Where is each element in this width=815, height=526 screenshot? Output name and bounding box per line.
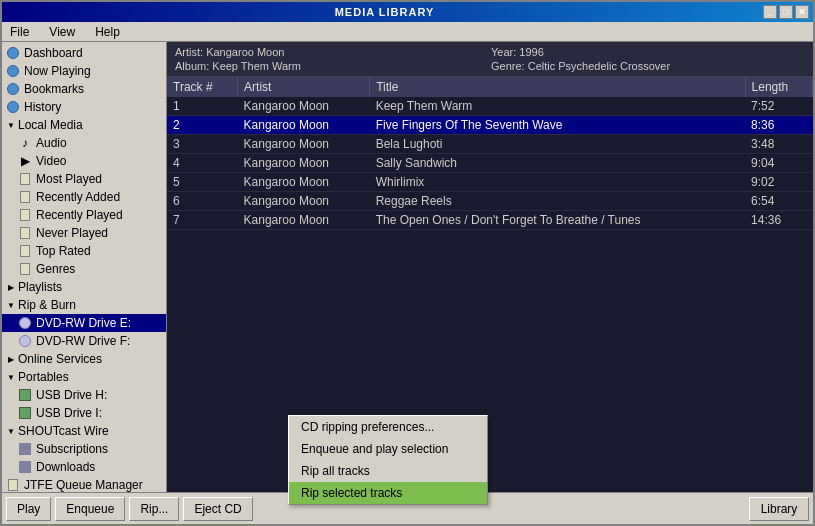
- sidebar-item-downloads[interactable]: Downloads: [2, 458, 166, 476]
- sidebar-item-recently-added[interactable]: Recently Added: [2, 188, 166, 206]
- cell-length: 14:36: [745, 211, 812, 230]
- library-tab-button[interactable]: Library: [749, 497, 809, 521]
- cell-artist: Kangaroo Moon: [238, 97, 370, 116]
- cell-track: 7: [167, 211, 238, 230]
- sidebar-item-playlists[interactable]: ▶ Playlists: [2, 278, 166, 296]
- cell-title: Whirlimix: [370, 173, 745, 192]
- col-artist: Artist: [238, 77, 370, 97]
- sidebar-item-portables[interactable]: ▼ Portables: [2, 368, 166, 386]
- sidebar-item-video[interactable]: ▶ Video: [2, 152, 166, 170]
- dvdrw-e-icon: [18, 316, 32, 330]
- table-row[interactable]: 4Kangaroo MoonSally Sandwich9:04: [167, 154, 813, 173]
- table-row[interactable]: 3Kangaroo MoonBela Lughoti3:48: [167, 135, 813, 154]
- artist-label: Artist: Kangaroo Moon: [175, 46, 489, 58]
- cell-length: 9:04: [745, 154, 812, 173]
- table-row[interactable]: 6Kangaroo MoonReggae Reels6:54: [167, 192, 813, 211]
- online-services-arrow: ▶: [6, 354, 16, 364]
- downloads-icon: [18, 460, 32, 474]
- track-table: Track # Artist Title Length 1Kangaroo Mo…: [167, 77, 813, 492]
- sidebar-item-usb-i[interactable]: USB Drive I:: [2, 404, 166, 422]
- sidebar: Dashboard Now Playing Bookmarks History …: [2, 42, 167, 492]
- video-icon: ▶: [18, 154, 32, 168]
- cell-track: 5: [167, 173, 238, 192]
- jtfe-icon: [6, 478, 20, 492]
- minimize-button[interactable]: _: [763, 5, 777, 19]
- table-row[interactable]: 7Kangaroo MoonThe Open Ones / Don't Forg…: [167, 211, 813, 230]
- menu-help[interactable]: Help: [91, 24, 124, 40]
- menu-view[interactable]: View: [45, 24, 79, 40]
- sidebar-item-recently-played[interactable]: Recently Played: [2, 206, 166, 224]
- cell-artist: Kangaroo Moon: [238, 192, 370, 211]
- enqueue-button[interactable]: Enqueue: [55, 497, 125, 521]
- sidebar-item-genres[interactable]: Genres: [2, 260, 166, 278]
- sidebar-item-never-played[interactable]: Never Played: [2, 224, 166, 242]
- close-button[interactable]: ✕: [795, 5, 809, 19]
- table-row[interactable]: 2Kangaroo MoonFive Fingers Of The Sevent…: [167, 116, 813, 135]
- sidebar-item-jtfe[interactable]: JTFE Queue Manager: [2, 476, 166, 492]
- sidebar-item-audio[interactable]: ♪ Audio: [2, 134, 166, 152]
- sidebar-item-online-services[interactable]: ▶ Online Services: [2, 350, 166, 368]
- col-track: Track #: [167, 77, 238, 97]
- sidebar-item-local-media[interactable]: ▼ Local Media: [2, 116, 166, 134]
- table-header-row: Track # Artist Title Length: [167, 77, 813, 97]
- usb-h-icon: [18, 388, 32, 402]
- cell-length: 6:54: [745, 192, 812, 211]
- eject-cd-button[interactable]: Eject CD: [183, 497, 252, 521]
- rip-button[interactable]: Rip...: [129, 497, 179, 521]
- maximize-button[interactable]: □: [779, 5, 793, 19]
- context-menu-item[interactable]: CD ripping preferences...: [289, 416, 487, 438]
- sidebar-item-rip-burn[interactable]: ▼ Rip & Burn: [2, 296, 166, 314]
- recently-played-icon: [18, 208, 32, 222]
- subscriptions-icon: [18, 442, 32, 456]
- sidebar-item-dvdrw-f[interactable]: DVD-RW Drive F:: [2, 332, 166, 350]
- recently-added-icon: [18, 190, 32, 204]
- cell-title: The Open Ones / Don't Forget To Breathe …: [370, 211, 745, 230]
- sidebar-item-now-playing[interactable]: Now Playing: [2, 62, 166, 80]
- play-button[interactable]: Play: [6, 497, 51, 521]
- local-media-arrow: ▼: [6, 120, 16, 130]
- sidebar-item-usb-h[interactable]: USB Drive H:: [2, 386, 166, 404]
- cell-artist: Kangaroo Moon: [238, 154, 370, 173]
- top-rated-icon: [18, 244, 32, 258]
- menu-bar: File View Help: [2, 22, 813, 42]
- sidebar-item-top-rated[interactable]: Top Rated: [2, 242, 166, 260]
- never-played-icon: [18, 226, 32, 240]
- sidebar-item-subscriptions[interactable]: Subscriptions: [2, 440, 166, 458]
- audio-icon: ♪: [18, 136, 32, 150]
- cell-track: 3: [167, 135, 238, 154]
- table-row[interactable]: 5Kangaroo MoonWhirlimix9:02: [167, 173, 813, 192]
- context-menu-item[interactable]: Enqueue and play selection: [289, 438, 487, 460]
- menu-file[interactable]: File: [6, 24, 33, 40]
- history-icon: [6, 100, 20, 114]
- cell-title: Bela Lughoti: [370, 135, 745, 154]
- cell-track: 2: [167, 116, 238, 135]
- tracks-table: Track # Artist Title Length 1Kangaroo Mo…: [167, 77, 813, 230]
- table-row[interactable]: 1Kangaroo MoonKeep Them Warm7:52: [167, 97, 813, 116]
- cell-track: 6: [167, 192, 238, 211]
- sidebar-item-dashboard[interactable]: Dashboard: [2, 44, 166, 62]
- context-menu-item[interactable]: Rip selected tracks: [289, 482, 487, 504]
- dvdrw-f-icon: [18, 334, 32, 348]
- sidebar-item-bookmarks[interactable]: Bookmarks: [2, 80, 166, 98]
- most-played-icon: [18, 172, 32, 186]
- content-area: Artist: Kangaroo Moon Year: 1996 Album: …: [167, 42, 813, 492]
- title-bar: MEDIA LIBRARY _ □ ✕: [2, 2, 813, 22]
- context-menu: CD ripping preferences...Enqueue and pla…: [288, 415, 488, 505]
- sidebar-item-dvdrw-e[interactable]: DVD-RW Drive E:: [2, 314, 166, 332]
- context-menu-item[interactable]: Rip all tracks: [289, 460, 487, 482]
- cell-length: 9:02: [745, 173, 812, 192]
- cell-artist: Kangaroo Moon: [238, 116, 370, 135]
- sidebar-item-history[interactable]: History: [2, 98, 166, 116]
- cell-artist: Kangaroo Moon: [238, 173, 370, 192]
- cell-artist: Kangaroo Moon: [238, 211, 370, 230]
- cell-title: Sally Sandwich: [370, 154, 745, 173]
- title-controls: _ □ ✕: [763, 5, 809, 19]
- shoutcast-arrow: ▼: [6, 426, 16, 436]
- cell-track: 4: [167, 154, 238, 173]
- cell-length: 8:36: [745, 116, 812, 135]
- sidebar-item-shoutcast[interactable]: ▼ SHOUTcast Wire: [2, 422, 166, 440]
- sidebar-item-most-played[interactable]: Most Played: [2, 170, 166, 188]
- cell-title: Five Fingers Of The Seventh Wave: [370, 116, 745, 135]
- window-title: MEDIA LIBRARY: [6, 6, 763, 18]
- cell-artist: Kangaroo Moon: [238, 135, 370, 154]
